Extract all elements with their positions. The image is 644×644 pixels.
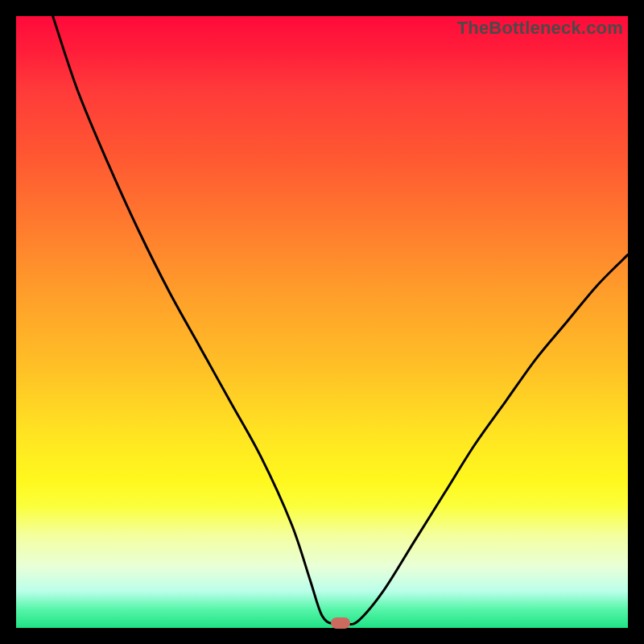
chart-frame: TheBottleneck.com — [0, 0, 644, 644]
optimal-marker — [331, 617, 350, 629]
plot-area: TheBottleneck.com — [16, 16, 628, 628]
bottleneck-curve — [16, 16, 628, 628]
curve-path — [53, 16, 628, 625]
